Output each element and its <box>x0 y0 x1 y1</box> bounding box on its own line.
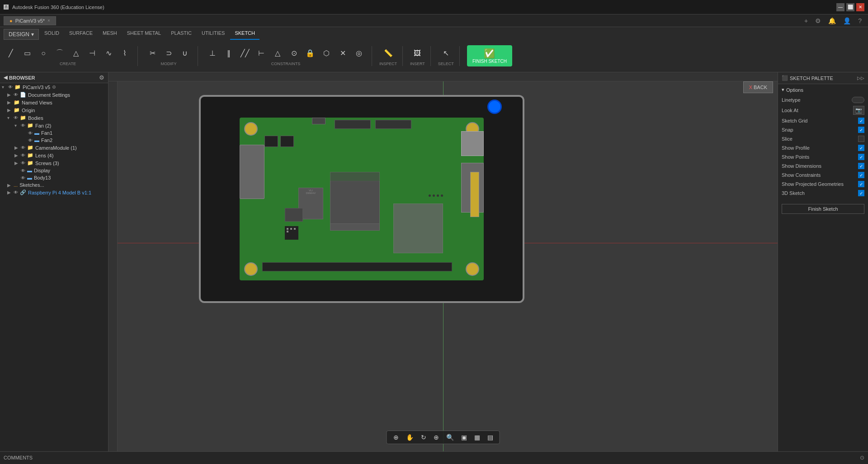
finish-sketch-bottom-button[interactable]: Finish Sketch <box>782 204 864 214</box>
rectangle-tool[interactable]: ▭ <box>20 46 34 61</box>
notification-button[interactable]: 🔔 <box>826 16 839 25</box>
3d-sketch-checkbox[interactable] <box>858 190 864 196</box>
fillet-tool[interactable]: ∪ <box>178 46 192 61</box>
select-tool[interactable]: ↖ <box>439 46 453 61</box>
tab-utilities[interactable]: UTILITIES <box>197 29 229 40</box>
visibility-icon[interactable]: 👁 <box>14 92 18 97</box>
browser-item-doc-settings[interactable]: ▶ 👁 📄 Document Settings <box>0 91 108 99</box>
polygon-tool[interactable]: △ <box>69 46 83 61</box>
user-button[interactable]: 👤 <box>840 16 854 25</box>
close-button[interactable]: ✕ <box>856 3 864 11</box>
viewport-zoom-fit-button[interactable]: ⊕ <box>431 433 442 442</box>
visibility-icon[interactable]: 👁 <box>21 161 25 166</box>
browser-item-camera-module[interactable]: ▶ 👁 📁 CameraModule (1) <box>0 144 108 152</box>
tab-sheet-metal[interactable]: SHEET METAL <box>123 29 165 40</box>
spline-tool[interactable]: ∿ <box>101 46 116 61</box>
browser-collapse-icon[interactable]: ◀ <box>4 75 7 80</box>
visibility-icon[interactable]: 👁 <box>21 175 25 180</box>
visibility-icon[interactable]: 👁 <box>21 123 25 128</box>
browser-item-display[interactable]: 👁 ▬ Display <box>0 167 108 174</box>
browser-item-root[interactable]: ▾ 👁 📁 PiCamV3 v5 ⚙ <box>0 83 108 91</box>
settings-button[interactable]: ⚙ <box>812 16 824 25</box>
help-button[interactable]: ? <box>855 16 864 25</box>
equal-constraint[interactable]: △ <box>270 46 285 61</box>
visibility-icon[interactable]: 👁 <box>21 168 25 173</box>
browser-item-named-views[interactable]: ▶ 📁 Named Views <box>0 99 108 106</box>
viewport-settings-button[interactable]: ▤ <box>485 433 496 442</box>
visibility-icon[interactable]: 👁 <box>8 85 13 90</box>
settings-icon-small[interactable]: ⚙ <box>52 85 56 90</box>
canvas-viewport[interactable]: VLID9WHV <box>108 72 778 451</box>
browser-item-origin[interactable]: ▶ 📁 Origin <box>0 106 108 114</box>
show-dimensions-checkbox[interactable] <box>858 163 864 169</box>
measure-tool[interactable]: 📏 <box>381 46 396 61</box>
coincident-constraint[interactable]: ⊥ <box>205 46 220 61</box>
show-projected-checkbox[interactable] <box>858 181 864 187</box>
conic-tool[interactable]: ⌇ <box>118 46 132 61</box>
design-dropdown-button[interactable]: DESIGN ▾ <box>4 29 39 40</box>
tab-mesh[interactable]: MESH <box>98 29 122 40</box>
visibility-icon[interactable]: 👁 <box>21 153 25 158</box>
show-profile-checkbox[interactable] <box>858 145 864 151</box>
folder-icon: 📁 <box>14 99 20 105</box>
viewport-zoom-button[interactable]: 🔍 <box>443 433 457 442</box>
fix-constraint[interactable]: ✕ <box>335 46 350 61</box>
visibility-icon[interactable]: 👁 <box>21 145 25 150</box>
minimize-button[interactable]: — <box>836 3 844 11</box>
midpoint-constraint[interactable]: ⬡ <box>319 46 334 61</box>
viewport-rotate-button[interactable]: ↻ <box>418 433 429 442</box>
linetype-toggle[interactable] <box>852 97 864 103</box>
new-tab-button[interactable]: + <box>802 16 811 25</box>
extend-tool[interactable]: ⊃ <box>161 46 176 61</box>
browser-item-screws[interactable]: ▶ 👁 📁 Screws (3) <box>0 159 108 167</box>
collinear-constraint[interactable]: ‖ <box>222 46 236 61</box>
browser-item-fan1[interactable]: 👁 ▬ Fan1 <box>0 129 108 137</box>
browser-item-fan[interactable]: ▾ 👁 📁 Fan (2) <box>0 122 108 129</box>
browser-item-fan2[interactable]: 👁 ▬ Fan2 <box>0 137 108 144</box>
visibility-icon[interactable]: 👁 <box>14 190 18 195</box>
viewport-display-mode-button[interactable]: ▣ <box>458 433 470 442</box>
circle-tool[interactable]: ○ <box>36 46 51 61</box>
tangent-constraint[interactable]: ⊙ <box>287 46 301 61</box>
trim-tool[interactable]: ✂ <box>145 46 160 61</box>
visibility-icon[interactable]: 👁 <box>28 131 33 136</box>
finish-sketch-button[interactable]: ✅ FINISH SKETCH <box>467 45 512 66</box>
browser-item-lens[interactable]: ▶ 👁 📁 Lens (4) <box>0 152 108 159</box>
arc-tool[interactable]: ⌒ <box>52 46 67 61</box>
slot-tool[interactable]: ⊣ <box>85 46 99 61</box>
show-constraints-checkbox[interactable] <box>858 172 864 178</box>
palette-expand-button[interactable]: ▷▷ <box>857 76 864 80</box>
lock-constraint[interactable]: 🔒 <box>303 46 317 61</box>
look-at-button[interactable]: 📷 <box>853 106 864 115</box>
tab-plastic[interactable]: PLASTIC <box>166 29 196 40</box>
tab-sketch[interactable]: SKETCH <box>230 29 259 40</box>
comments-close-button[interactable]: ⊙ <box>860 455 864 461</box>
browser-settings-icon[interactable]: ⚙ <box>99 74 104 81</box>
viewport-pan-button[interactable]: ✋ <box>403 433 416 442</box>
visibility-icon[interactable]: 👁 <box>28 138 33 143</box>
browser-item-bodies[interactable]: ▾ 👁 📁 Bodies <box>0 114 108 122</box>
slice-checkbox[interactable] <box>858 136 864 142</box>
insert-image-tool[interactable]: 🖼 <box>410 46 425 61</box>
sketch-grid-checkbox[interactable] <box>858 118 864 124</box>
tab-solid[interactable]: SOLID <box>40 29 64 40</box>
snap-checkbox[interactable] <box>858 127 864 133</box>
tab-surface[interactable]: SURFACE <box>65 29 97 40</box>
tab-close-button[interactable]: × <box>47 18 50 23</box>
line-tool[interactable]: ╱ <box>4 46 18 61</box>
concentric-constraint[interactable]: ◎ <box>352 46 366 61</box>
document-tab[interactable]: ● PiCamV3 v5* × <box>4 16 56 25</box>
back-button[interactable]: X BACK <box>743 81 773 93</box>
visibility-icon[interactable]: 👁 <box>14 115 18 120</box>
viewport-grid-button[interactable]: ▦ <box>472 433 483 442</box>
parallel-icon: ╱╱ <box>240 48 250 59</box>
browser-item-raspberry-pi[interactable]: ▶ 👁 🔗 Raspberry Pi 4 Model B v1:1 <box>0 189 108 196</box>
parallel-constraint[interactable]: ╱╱ <box>238 46 252 61</box>
show-points-checkbox[interactable] <box>858 154 864 160</box>
palette-options-header[interactable]: ▾ Options <box>782 87 864 93</box>
viewport-orbit-button[interactable]: ⊕ <box>391 433 401 442</box>
perpendicular-constraint[interactable]: ⊢ <box>254 46 269 61</box>
browser-item-sketches[interactable]: ▶ ... Sketches... <box>0 181 108 189</box>
browser-item-body13[interactable]: 👁 ▬ Body13 <box>0 174 108 181</box>
maximize-button[interactable]: ⬜ <box>846 3 854 11</box>
